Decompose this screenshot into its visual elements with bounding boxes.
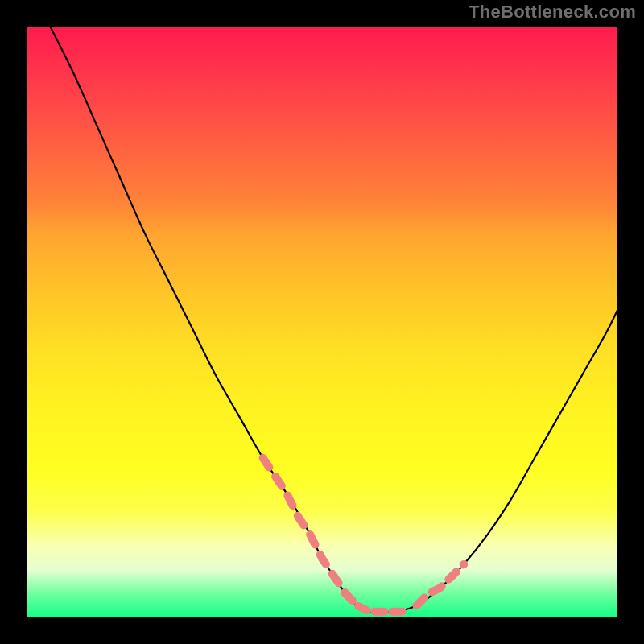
series-coral-right: [416, 564, 464, 605]
coral-right-path: [416, 564, 464, 605]
black-curve-path: [50, 27, 617, 613]
watermark-text: TheBottleneck.com: [469, 2, 636, 23]
plot-area: [27, 27, 617, 617]
chart-svg: [27, 27, 617, 617]
series-coral-bottom: [345, 594, 404, 612]
series-coral-left: [263, 458, 346, 594]
coral-bottom-path: [345, 594, 404, 612]
series-black-curve: [50, 27, 617, 613]
chart-stage: TheBottleneck.com: [0, 0, 644, 644]
coral-left-path: [263, 458, 346, 594]
